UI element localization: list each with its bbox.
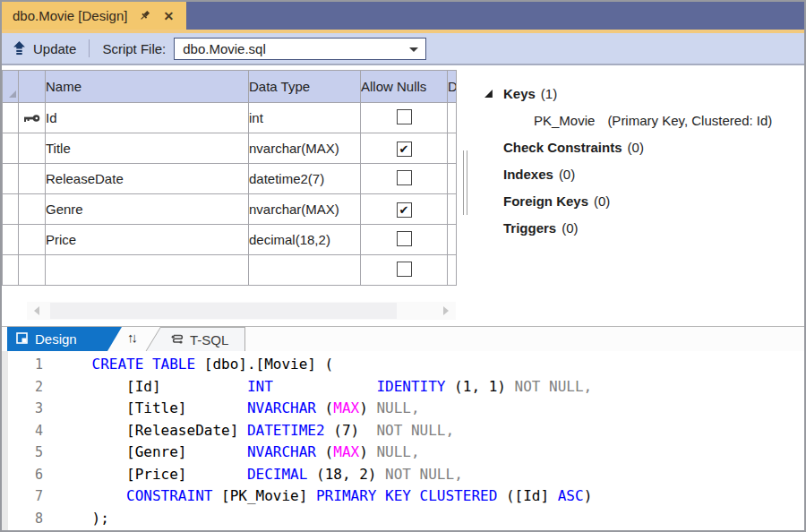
tree-item-keys[interactable]: Keys(1): [484, 80, 772, 107]
code-editor[interactable]: 1 CREATE TABLE [dbo].[Movie] (2 [Id] INT…: [2, 351, 804, 530]
tree-item-indexes[interactable]: Indexes(0): [484, 160, 772, 187]
update-button[interactable]: Update: [33, 41, 76, 56]
chevron-down-icon[interactable]: [409, 47, 418, 52]
key-cell: [19, 103, 46, 133]
horizontal-scrollbar[interactable]: [27, 302, 456, 320]
code-text: [Id] INT IDENTITY (1, 1) NOT NULL,: [57, 376, 592, 399]
document-tab-bar: dbo.Movie [Design] ✕: [2, 2, 804, 30]
data-type-cell[interactable]: [249, 255, 361, 286]
key-cell: [19, 133, 46, 164]
data-type-column-header[interactable]: Data Type: [249, 71, 361, 103]
column-name-cell[interactable]: Price: [46, 225, 249, 255]
row-selector[interactable]: [3, 255, 19, 286]
constraints-tree: Keys(1)PK_Movie(Primary Key, Clustered: …: [484, 80, 772, 241]
code-line: 7 CONSTRAINT [PK_Movie] PRIMARY KEY CLUS…: [2, 485, 804, 508]
tree-item-count: (0): [628, 140, 644, 155]
expander-icon[interactable]: [484, 89, 495, 99]
data-type-cell[interactable]: datetime2(7): [249, 164, 361, 194]
document-tab[interactable]: dbo.Movie [Design] ✕: [2, 2, 186, 30]
code-text: [Title] NVARCHAR (MAX) NULL,: [57, 398, 420, 420]
code-text: [ReleaseDate] DATETIME2 (7) NOT NULL,: [57, 420, 454, 442]
table-row[interactable]: Pricedecimal(18,2): [3, 225, 457, 255]
pane-splitter[interactable]: [463, 150, 467, 215]
data-type-cell[interactable]: int: [249, 103, 361, 133]
scroll-right-arrow-icon[interactable]: [443, 306, 449, 315]
allow-nulls-checkbox[interactable]: [397, 109, 412, 124]
tab-tsql-label: T-SQL: [190, 332, 228, 348]
row-selector[interactable]: [3, 225, 19, 255]
tab-design[interactable]: Design: [7, 327, 122, 351]
allow-nulls-checkbox[interactable]: [397, 170, 412, 185]
tree-item-triggers[interactable]: Triggers(0): [484, 214, 772, 241]
tree-item-foreign-keys[interactable]: Foreign Keys(0): [484, 187, 772, 214]
code-line: 3 [Title] NVARCHAR (MAX) NULL,: [2, 398, 804, 420]
tree-item-count: (0): [559, 167, 575, 182]
tab-design-label: Design: [35, 331, 77, 347]
row-selector[interactable]: [3, 194, 19, 225]
editor-margin: [2, 351, 8, 530]
key-column-header[interactable]: [19, 71, 46, 103]
name-column-header[interactable]: Name: [46, 71, 249, 103]
table-designer-window: dbo.Movie [Design] ✕ Update Script File:…: [0, 0, 806, 532]
clipped-cell: [448, 133, 457, 164]
column-name-cell[interactable]: [46, 255, 249, 286]
tree-item-label: Triggers: [503, 220, 556, 236]
row-selector[interactable]: [3, 164, 19, 194]
tree-item-label: Foreign Keys: [503, 193, 588, 209]
code-line: 4 [ReleaseDate] DATETIME2 (7) NOT NULL,: [2, 420, 804, 442]
tree-child-pk_movie[interactable]: PK_Movie(Primary Key, Clustered: Id): [484, 107, 772, 133]
bottom-tab-bar: Design ↑↓ T-SQL: [2, 326, 804, 351]
data-type-cell[interactable]: nvarchar(MAX): [249, 194, 361, 225]
table-row[interactable]: Idint: [3, 103, 457, 133]
key-cell: [19, 164, 46, 194]
select-all-triangle-icon: [9, 90, 16, 98]
script-file-combobox[interactable]: dbo.Movie.sql: [174, 38, 426, 60]
key-icon: [23, 114, 40, 123]
swap-panes-button[interactable]: ↑↓: [127, 330, 135, 345]
scrollbar-thumb[interactable]: [50, 303, 397, 319]
code-text: [Price] DECIMAL (18, 2) NOT NULL,: [57, 464, 463, 486]
tab-tsql[interactable]: T-SQL: [145, 327, 245, 352]
allow-nulls-column-header[interactable]: Allow Nulls: [361, 71, 448, 103]
scroll-left-arrow-icon[interactable]: [34, 306, 39, 315]
tree-item-count: (0): [594, 193, 610, 209]
key-cell: [19, 255, 46, 286]
column-name-cell[interactable]: Id: [46, 103, 249, 133]
table-row[interactable]: Titlenvarchar(MAX)✔: [3, 133, 457, 164]
column-name-cell[interactable]: Title: [46, 133, 249, 164]
key-detail: (Primary Key, Clustered: Id): [607, 113, 772, 128]
allow-nulls-cell: [361, 164, 448, 194]
data-type-cell[interactable]: nvarchar(MAX): [249, 133, 361, 164]
row-selector[interactable]: [3, 103, 19, 133]
allow-nulls-cell: [361, 103, 448, 133]
allow-nulls-checkbox[interactable]: ✔: [397, 142, 412, 157]
code-text: CONSTRAINT [PK_Movie] PRIMARY KEY CLUSTE…: [57, 485, 592, 508]
table-row[interactable]: ReleaseDatedatetime2(7): [3, 164, 457, 194]
select-all-corner[interactable]: [3, 71, 19, 103]
table-row[interactable]: [3, 255, 457, 286]
column-name-cell[interactable]: ReleaseDate: [46, 164, 249, 194]
tree-item-check-constraints[interactable]: Check Constraints(0): [484, 133, 772, 160]
script-file-label: Script File:: [102, 41, 166, 56]
code-text: );: [57, 508, 109, 530]
clipped-column-header[interactable]: D: [448, 71, 457, 103]
pin-icon[interactable]: [137, 9, 151, 23]
close-icon[interactable]: ✕: [161, 9, 176, 23]
allow-nulls-cell: ✔: [361, 133, 448, 164]
allow-nulls-cell: ✔: [361, 194, 448, 225]
code-lines: 1 CREATE TABLE [dbo].[Movie] (2 [Id] INT…: [2, 354, 804, 529]
tree-item-label: Keys: [503, 86, 536, 101]
row-selector[interactable]: [3, 133, 19, 164]
table-row[interactable]: Genrenvarchar(MAX)✔: [3, 194, 457, 225]
allow-nulls-checkbox[interactable]: ✔: [397, 202, 412, 218]
clipped-cell: [448, 103, 457, 133]
column-name-cell[interactable]: Genre: [46, 194, 249, 225]
allow-nulls-checkbox[interactable]: [397, 262, 412, 277]
code-text: CREATE TABLE [dbo].[Movie] (: [57, 354, 333, 376]
designer-main: Name Data Type Allow Nulls D IdintTitlen…: [2, 65, 804, 326]
allow-nulls-checkbox[interactable]: [397, 231, 412, 246]
expanded-triangle-icon: [484, 89, 493, 99]
allow-nulls-cell: [361, 225, 448, 255]
columns-grid-body: IdintTitlenvarchar(MAX)✔ReleaseDatedatet…: [3, 103, 457, 286]
data-type-cell[interactable]: decimal(18,2): [249, 225, 361, 255]
